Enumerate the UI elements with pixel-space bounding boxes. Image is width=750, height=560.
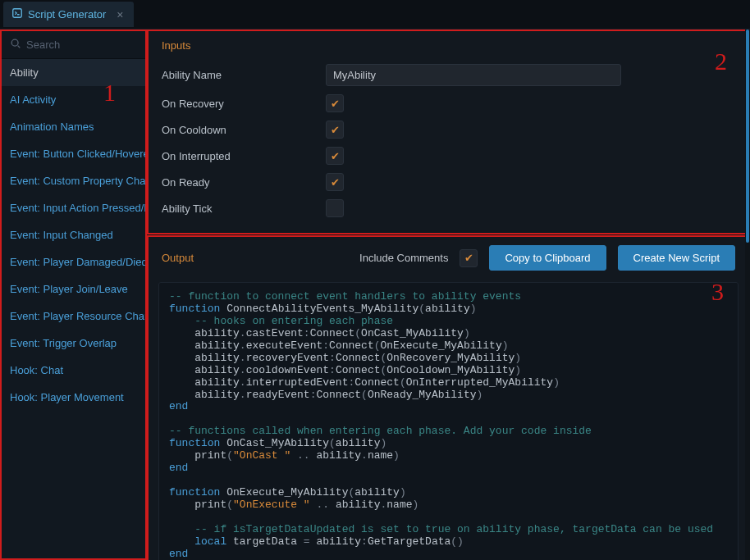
sidebar-item-event-button[interactable]: Event: Button Clicked/Hovered — [2, 140, 145, 167]
on-recovery-checkbox[interactable] — [326, 94, 344, 112]
search-icon — [10, 38, 21, 52]
sidebar-item-animation-names[interactable]: Animation Names — [2, 113, 145, 140]
ability-tick-checkbox[interactable] — [326, 199, 344, 217]
scrollbar[interactable] — [745, 30, 750, 560]
on-cooldown-checkbox[interactable] — [326, 121, 344, 139]
inputs-title: Inputs — [162, 39, 735, 52]
sidebar-item-ability[interactable]: Ability — [2, 59, 145, 86]
on-ready-checkbox[interactable] — [326, 173, 344, 191]
ability-name-label: Ability Name — [162, 69, 326, 81]
sidebar: 1 Ability AI Activity Animation Names Ev… — [0, 30, 147, 560]
sidebar-item-hook-chat[interactable]: Hook: Chat — [2, 357, 145, 384]
close-icon[interactable]: × — [114, 9, 126, 20]
on-recovery-label: On Recovery — [162, 98, 326, 110]
tab-bar: Script Generator × — [0, 0, 750, 30]
sidebar-item-event-player-damaged[interactable]: Event: Player Damaged/Died/Spawned — [2, 248, 145, 275]
sidebar-list: Ability AI Activity Animation Names Even… — [2, 59, 145, 558]
sidebar-item-ai-activity[interactable]: AI Activity — [2, 86, 145, 113]
include-comments-label: Include Comments — [359, 252, 448, 264]
sidebar-item-hook-player-movement[interactable]: Hook: Player Movement — [2, 384, 145, 411]
output-panel: 3 Output Include Comments Copy to Clipbo… — [147, 235, 750, 560]
sidebar-item-event-input-changed[interactable]: Event: Input Changed — [2, 221, 145, 248]
svg-point-1 — [11, 39, 18, 46]
on-interrupted-label: On Interrupted — [162, 150, 326, 162]
svg-line-2 — [18, 46, 21, 48]
copy-to-clipboard-button[interactable]: Copy to Clipboard — [489, 245, 606, 271]
ability-tick-label: Ability Tick — [162, 203, 326, 215]
sidebar-item-event-trigger-overlap[interactable]: Event: Trigger Overlap — [2, 330, 145, 357]
tab-script-generator[interactable]: Script Generator × — [3, 2, 134, 27]
overlay-2: 2 — [715, 48, 727, 75]
overlay-1: 1 — [103, 79, 116, 107]
sidebar-item-event-input-action[interactable]: Event: Input Action Pressed/Released — [2, 194, 145, 221]
on-interrupted-checkbox[interactable] — [326, 147, 344, 165]
create-new-script-button[interactable]: Create New Script — [618, 245, 735, 271]
search-box — [2, 31, 145, 59]
sidebar-item-event-custom-property[interactable]: Event: Custom Property Changed — [2, 167, 145, 194]
tab-title: Script Generator — [28, 8, 106, 20]
inputs-panel: 2 Inputs Ability Name On Recovery On Coo… — [147, 30, 750, 234]
output-title: Output — [162, 252, 194, 264]
overlay-3: 3 — [711, 278, 724, 306]
on-cooldown-label: On Cooldown — [162, 124, 326, 136]
search-input[interactable] — [26, 39, 137, 51]
sidebar-item-event-player-join[interactable]: Event: Player Join/Leave — [2, 275, 145, 303]
scrollbar-thumb[interactable] — [746, 30, 749, 243]
include-comments-checkbox[interactable] — [460, 249, 478, 267]
code-output[interactable]: -- function to connect event handlers to… — [158, 282, 739, 560]
on-ready-label: On Ready — [162, 176, 326, 189]
sidebar-item-event-player-resource[interactable]: Event: Player Resource Changed — [2, 303, 145, 330]
script-generator-icon — [11, 7, 23, 21]
ability-name-input[interactable] — [326, 64, 621, 86]
